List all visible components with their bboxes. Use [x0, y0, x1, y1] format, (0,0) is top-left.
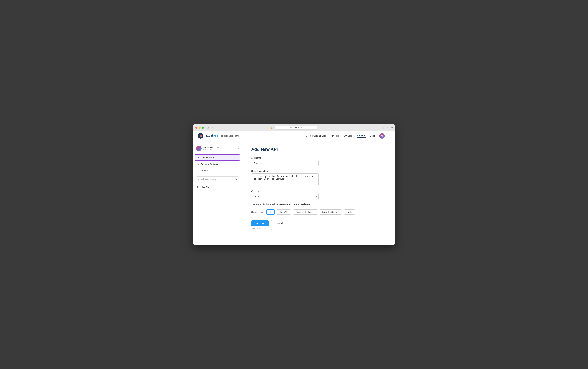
owner-text: The owner of this API will be: Personal …	[251, 203, 386, 206]
nav-create-organization[interactable]: Create Organization	[306, 134, 326, 137]
api-name-group: API Name*	[251, 157, 386, 166]
sidebar-item-label-payment: Payment Settings	[201, 163, 218, 165]
my-apis-icon: ⊘	[196, 186, 199, 189]
url-bar-area: 🔒 rapidapi.com	[271, 126, 317, 130]
api-name-required-star: *	[262, 157, 262, 159]
user-avatar[interactable]: C	[379, 133, 385, 139]
brand-text: RapidAPI	[205, 134, 218, 138]
short-desc-group: Short Description* This API provides fak…	[251, 170, 386, 186]
lock-icon: 🔒	[271, 127, 273, 129]
brand-logo: 🐙	[198, 133, 203, 139]
sidebar-nav: ⊕ Add New API ▭ Payment Settings ⊘ Suppo…	[193, 154, 242, 174]
avatar-chevron-icon: ▾	[389, 135, 390, 137]
api-name-label: API Name*	[251, 157, 386, 159]
action-buttons: Add API Cancel Your API will be private …	[251, 220, 386, 230]
back-icon[interactable]: ‹	[211, 126, 214, 129]
titlebar: ⊞ ‹ › 🔒 rapidapi.com ⬆ ＋ ⧉	[193, 124, 395, 131]
cancel-button[interactable]: Cancel	[271, 220, 287, 226]
nav-docs[interactable]: Docs	[370, 134, 375, 137]
api-name-input[interactable]	[251, 160, 319, 166]
owner-name: Personal Account - Catalin Pit	[279, 203, 310, 206]
close-btn[interactable]	[195, 127, 197, 129]
account-avatar: C	[196, 146, 201, 151]
brand[interactable]: 🐙 RapidAPI Provider Dashboard	[198, 133, 239, 139]
specify-row: Specify using: UI OpenAPI Postman Collec…	[251, 209, 386, 215]
specify-kafka-btn[interactable]: Kafka	[344, 209, 355, 215]
content-area: Add New API API Name* Short Description*…	[242, 141, 395, 245]
nav-my-apis[interactable]: My APIs	[357, 134, 366, 138]
account-info: Personal Account Catalin Pit	[203, 146, 236, 151]
share-icon[interactable]: ⬆	[383, 126, 385, 129]
short-desc-label: Short Description*	[251, 170, 386, 172]
short-desc-required-star: *	[268, 170, 269, 172]
sidebar-item-payment-settings[interactable]: ▭ Payment Settings	[193, 161, 242, 167]
sidebar-item-label-my-apis: My APIs	[201, 186, 209, 189]
category-required-star: *	[261, 190, 261, 192]
specify-postman-btn[interactable]: Postman Collection	[293, 209, 317, 215]
navbar-links: Create Organization API Hub My Apps My A…	[306, 133, 390, 139]
nav-controls: ⊞ ‹ ›	[206, 126, 218, 129]
search-area: 🔍	[196, 176, 239, 181]
add-api-button[interactable]: Add API	[251, 220, 269, 226]
titlebar-right: ⬆ ＋ ⧉	[383, 126, 393, 129]
search-icon[interactable]: 🔍	[235, 178, 237, 180]
account-selector[interactable]: C Personal Account Catalin Pit ▾	[193, 144, 242, 153]
category-select-wrapper: Other ▾	[251, 194, 319, 199]
url-bar[interactable]: rapidapi.com	[274, 126, 317, 130]
brand-subtitle: Provider Dashboard	[220, 135, 239, 137]
sidebar-item-add-new-api[interactable]: ⊕ Add New API	[195, 154, 240, 161]
nav-api-hub[interactable]: API Hub	[331, 134, 339, 137]
category-select[interactable]: Other	[251, 194, 319, 199]
nav-my-apps[interactable]: My Apps	[344, 134, 352, 137]
page-title: Add New API	[251, 147, 386, 152]
payment-icon: ▭	[196, 163, 199, 166]
add-api-icon: ⊕	[197, 156, 200, 159]
navbar: 🐙 RapidAPI Provider Dashboard Create Org…	[193, 131, 395, 141]
short-desc-textarea[interactable]: This API provides fake users which you c…	[251, 173, 319, 186]
specify-ui-btn[interactable]: UI	[266, 209, 275, 215]
traffic-lights	[195, 127, 204, 129]
forward-icon[interactable]: ›	[216, 126, 218, 129]
specify-graphql-btn[interactable]: GraphQL Schema	[319, 209, 342, 215]
minimize-btn[interactable]	[199, 127, 200, 129]
search-input[interactable]	[196, 176, 239, 181]
support-icon: ⊘	[196, 169, 199, 172]
sidebar-item-label-support: Support	[201, 170, 208, 172]
category-label: Category*	[251, 190, 386, 192]
new-tab-icon[interactable]: ＋	[387, 126, 389, 129]
category-group: Category* Other ▾	[251, 190, 386, 199]
account-user: Catalin Pit	[203, 149, 236, 151]
specify-label: Specify using:	[251, 211, 265, 213]
app-window: ⊞ ‹ › 🔒 rapidapi.com ⬆ ＋ ⧉ 🐙 RapidAPI Pr…	[193, 124, 395, 245]
tab-overview-icon[interactable]: ⧉	[391, 126, 393, 129]
sidebar: C Personal Account Catalin Pit ▾ ⊕ Add N…	[193, 141, 242, 245]
sidebar-item-support[interactable]: ⊘ Support	[193, 167, 242, 174]
account-name: Personal Account	[203, 146, 236, 149]
sidebar-toggle-icon[interactable]: ⊞	[206, 126, 210, 129]
sidebar-item-my-apis[interactable]: ⊘ My APIs	[193, 184, 242, 190]
sidebar-item-label-add-api: Add New API	[202, 156, 215, 159]
main-layout: C Personal Account Catalin Pit ▾ ⊕ Add N…	[193, 141, 395, 245]
specify-openapi-btn[interactable]: OpenAPI	[277, 209, 291, 215]
account-chevron-icon: ▾	[238, 147, 239, 150]
maximize-btn[interactable]	[202, 127, 204, 129]
private-note: Your API will be private by default	[251, 228, 386, 230]
